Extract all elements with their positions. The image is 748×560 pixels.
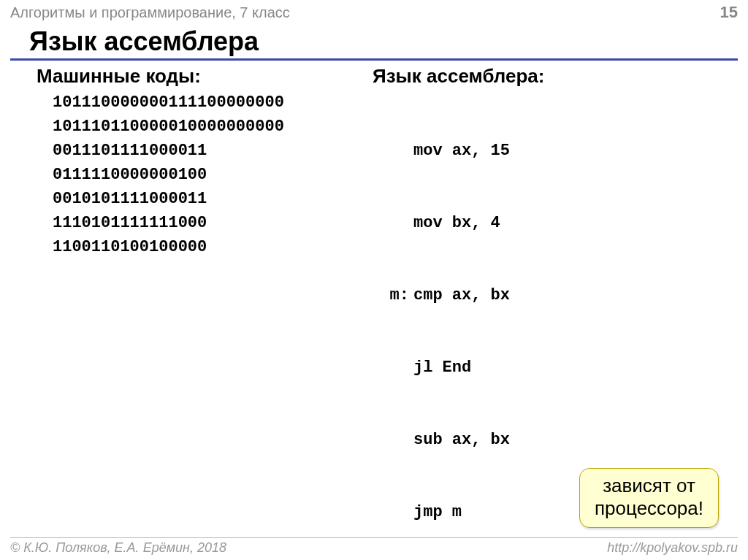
footer-copyright: © К.Ю. Поляков, Е.А. Ерёмин, 2018 [10, 540, 226, 556]
callout-line1: зависят от [603, 475, 695, 496]
machine-code-heading: Машинные коды: [37, 65, 373, 88]
code-line: 0011101111000011 [53, 142, 207, 160]
page-title: Язык ассемблера [0, 23, 748, 58]
code-line: 1100110100100000 [53, 238, 207, 256]
asm-line: mov ax, 15 [373, 139, 748, 163]
asm-line: sub ax, bx [373, 428, 748, 452]
asm-instr: mov bx, 4 [413, 211, 500, 235]
code-line: 0111110000000100 [53, 166, 207, 184]
asm-instr: jmp m [413, 500, 462, 524]
code-line: 1110101111111000 [53, 214, 207, 232]
code-line: 101110110000010000000000 [53, 118, 284, 136]
callout-bubble: зависят от процессора! [579, 468, 719, 528]
asm-label [373, 428, 413, 452]
asm-label [373, 139, 413, 163]
assembly-heading: Язык ассемблера: [373, 65, 748, 88]
machine-code-column: Машинные коды: 101110000000111100000000 … [37, 65, 373, 560]
asm-label [373, 211, 413, 235]
footer: © К.Ю. Поляков, Е.А. Ерёмин, 2018 http:/… [0, 537, 748, 560]
code-line: 101110000000111100000000 [53, 93, 284, 112]
asm-label: m: [373, 283, 413, 307]
asm-instr: jl End [413, 356, 471, 380]
code-line: 0010101111000011 [53, 190, 207, 208]
asm-line: m:cmp ax, bx [373, 283, 748, 307]
breadcrumb: Алгоритмы и программирование, 7 класс [10, 4, 290, 21]
asm-instr: mov ax, 15 [413, 139, 510, 163]
machine-code-block: 101110000000111100000000 101110110000010… [37, 91, 373, 259]
asm-line: mov bx, 4 [373, 211, 748, 235]
asm-line: jl End [373, 356, 748, 380]
callout-line2: процессора! [595, 497, 703, 519]
asm-label [373, 356, 413, 380]
title-underline [10, 58, 738, 61]
header-bar: Алгоритмы и программирование, 7 класс 15 [0, 0, 748, 23]
asm-label [373, 500, 413, 524]
page-number: 15 [720, 3, 738, 22]
asm-instr: cmp ax, bx [413, 283, 510, 307]
footer-url: http://kpolyakov.spb.ru [607, 540, 738, 556]
asm-instr: sub ax, bx [413, 428, 510, 452]
